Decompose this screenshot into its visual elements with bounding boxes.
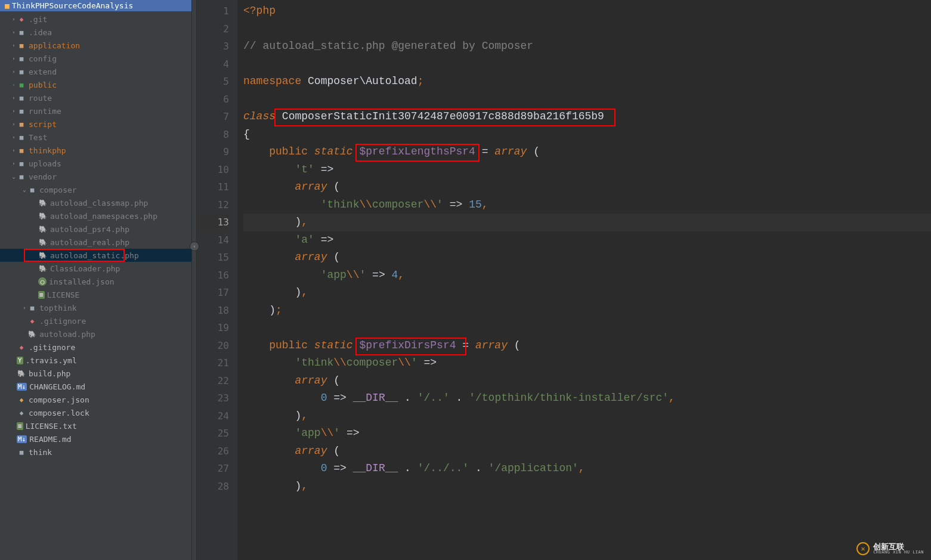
chevron-icon[interactable]: › <box>11 39 17 52</box>
tree-item-thinkphp[interactable]: ›■thinkphp <box>0 144 191 157</box>
tree-item-autoload_classmap.php[interactable]: 🐘autoload_classmap.php <box>0 196 191 209</box>
chevron-icon[interactable] <box>11 445 17 459</box>
code-line[interactable] <box>243 55 931 73</box>
code-line[interactable]: public static $prefixLengthsPsr4 = array… <box>243 143 931 161</box>
chevron-icon[interactable]: › <box>11 26 17 39</box>
tree-item-runtime[interactable]: ›■runtime <box>0 104 191 117</box>
chevron-icon[interactable] <box>21 314 27 327</box>
tree-item-.git[interactable]: ›◆.git <box>0 13 191 26</box>
chevron-icon[interactable]: › <box>11 157 17 170</box>
tree-item-composer[interactable]: ⌄■composer <box>0 183 191 196</box>
code-area[interactable]: <?php// autoload_static.php @generated b… <box>237 0 931 560</box>
chevron-icon[interactable]: ⌄ <box>11 170 17 183</box>
tree-item-topthink[interactable]: ›■topthink <box>0 301 191 314</box>
chevron-icon[interactable] <box>32 196 38 209</box>
chevron-icon[interactable] <box>32 249 38 262</box>
code-line[interactable]: array ( <box>243 249 931 267</box>
tree-item-Test[interactable]: ›■Test <box>0 131 191 144</box>
code-line[interactable]: ), <box>243 478 931 496</box>
splitter[interactable]: ‹ <box>192 0 197 560</box>
chevron-icon[interactable] <box>11 367 17 380</box>
code-line[interactable]: class ComposerStaticInit30742487e00917c8… <box>243 108 931 126</box>
tree-item-config[interactable]: ›■config <box>0 52 191 65</box>
code-line[interactable]: array ( <box>243 372 931 390</box>
chevron-icon[interactable]: › <box>11 131 17 144</box>
tree-item-extend[interactable]: ›■extend <box>0 65 191 78</box>
chevron-icon[interactable]: › <box>11 91 17 104</box>
project-sidebar[interactable]: ■ ThinkPHPSourceCodeAnalysis ›◆.git›■.id… <box>0 0 192 560</box>
tree-item-ClassLoader.php[interactable]: 🐘ClassLoader.php <box>0 262 191 275</box>
chevron-icon[interactable]: › <box>11 65 17 78</box>
code-line[interactable]: 'app\\' => 4, <box>243 267 931 284</box>
chevron-icon[interactable] <box>32 222 38 236</box>
chevron-icon[interactable] <box>32 262 38 275</box>
chevron-icon[interactable]: › <box>11 144 17 157</box>
file-tree[interactable]: ›◆.git›■.idea›■application›■config›■exte… <box>0 11 191 460</box>
code-editor[interactable]: 1234567891011121314151617181920212223242… <box>197 0 931 560</box>
chevron-icon[interactable] <box>21 327 27 341</box>
chevron-icon[interactable] <box>11 380 17 393</box>
code-line[interactable]: 'think\\composer\\' => 15, <box>243 196 931 214</box>
code-line[interactable]: array ( <box>243 178 931 196</box>
tree-item-think[interactable]: ■think <box>0 445 191 459</box>
chevron-icon[interactable]: › <box>11 13 17 26</box>
code-line[interactable]: ), <box>243 284 931 302</box>
tree-item-installed.json[interactable]: ◯installed.json <box>0 275 191 288</box>
tree-item-.gitignore[interactable]: ◆.gitignore <box>0 314 191 327</box>
chevron-icon[interactable]: › <box>11 52 17 65</box>
tree-item-application[interactable]: ›■application <box>0 39 191 52</box>
code-line[interactable]: 0 => __DIR__ . '/..' . '/topthink/think-… <box>243 389 931 407</box>
tree-item-composer.lock[interactable]: ◆composer.lock <box>0 406 191 419</box>
chevron-icon[interactable] <box>32 288 38 301</box>
project-root[interactable]: ■ ThinkPHPSourceCodeAnalysis <box>0 0 191 11</box>
code-line[interactable]: 'a' => <box>243 231 931 249</box>
code-line[interactable]: ); <box>243 302 931 320</box>
code-line[interactable]: array ( <box>243 443 931 460</box>
tree-item-uploads[interactable]: ›■uploads <box>0 157 191 170</box>
chevron-icon[interactable]: › <box>11 104 17 117</box>
tree-item-LICENSE[interactable]: ≡LICENSE <box>0 288 191 301</box>
code-line[interactable] <box>243 20 931 38</box>
tree-item-README.md[interactable]: M↓README.md <box>0 432 191 445</box>
chevron-icon[interactable]: › <box>11 78 17 91</box>
code-line[interactable]: 'think\\composer\\' => <box>243 354 931 372</box>
chevron-icon[interactable] <box>11 432 17 445</box>
code-line[interactable] <box>243 319 931 337</box>
chevron-icon[interactable] <box>32 209 38 222</box>
tree-item-autoload_namespaces.php[interactable]: 🐘autoload_namespaces.php <box>0 209 191 222</box>
tree-item-autoload.php[interactable]: 🐘autoload.php <box>0 327 191 341</box>
tree-item-LICENSE.txt[interactable]: ≡LICENSE.txt <box>0 419 191 432</box>
chevron-left-icon[interactable]: ‹ <box>190 242 199 251</box>
tree-item-.idea[interactable]: ›■.idea <box>0 26 191 39</box>
code-line[interactable]: <?php <box>243 2 931 20</box>
code-line[interactable]: 'app\\' => <box>243 425 931 443</box>
tree-item-script[interactable]: ›■script <box>0 117 191 131</box>
tree-item-autoload_static.php[interactable]: 🐘autoload_static.php <box>0 249 191 262</box>
tree-item-vendor[interactable]: ⌄■vendor <box>0 170 191 183</box>
code-line[interactable]: 0 => __DIR__ . '/../..' . '/application'… <box>243 460 931 478</box>
chevron-icon[interactable] <box>11 406 17 419</box>
tree-item-autoload_real.php[interactable]: 🐘autoload_real.php <box>0 236 191 249</box>
tree-item-.gitignore[interactable]: ◆.gitignore <box>0 341 191 354</box>
code-line[interactable]: 't' => <box>243 161 931 179</box>
chevron-icon[interactable]: › <box>11 117 17 131</box>
chevron-icon[interactable] <box>11 393 17 406</box>
code-line[interactable]: ), <box>243 407 931 425</box>
chevron-icon[interactable] <box>32 236 38 249</box>
tree-item-.travis.yml[interactable]: Y.travis.yml <box>0 354 191 367</box>
chevron-icon[interactable] <box>11 419 17 432</box>
tree-item-route[interactable]: ›■route <box>0 91 191 104</box>
chevron-icon[interactable]: ⌄ <box>21 183 27 196</box>
tree-item-public[interactable]: ›■public <box>0 78 191 91</box>
chevron-icon[interactable] <box>32 275 38 288</box>
code-line[interactable]: public static $prefixDirsPsr4 = array ( <box>243 337 931 355</box>
chevron-icon[interactable] <box>11 341 17 354</box>
code-line[interactable] <box>243 91 931 109</box>
chevron-icon[interactable] <box>11 354 17 367</box>
tree-item-build.php[interactable]: 🐘build.php <box>0 367 191 380</box>
tree-item-composer.json[interactable]: ◆composer.json <box>0 393 191 406</box>
code-line[interactable]: { <box>243 126 931 144</box>
code-line[interactable]: ), <box>243 214 931 231</box>
tree-item-CHANGELOG.md[interactable]: M↓CHANGELOG.md <box>0 380 191 393</box>
chevron-icon[interactable]: › <box>21 301 27 314</box>
